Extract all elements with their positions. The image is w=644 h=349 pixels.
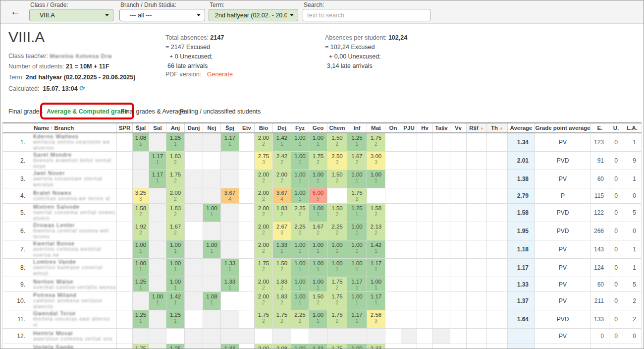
row-number: 4.: [3, 188, 30, 204]
grade-cell-pju: [401, 344, 417, 349]
branch-select[interactable]: --- all ---: [119, 9, 205, 21]
grade-cell-danj: [185, 277, 203, 292]
student-name-cell[interactable]: Kderno Wattexswerlacia ontres-vearionte …: [30, 133, 117, 152]
late-arrivals-count-cell: 2: [623, 292, 642, 310]
grade-average-value: 1.00: [149, 292, 166, 300]
grade-average-value: 1.00: [367, 277, 385, 285]
grade-cell-hv: [417, 222, 433, 240]
computed-grade-value: 1: [221, 141, 239, 147]
computed-grade-value: 2: [255, 196, 272, 202]
student-branch-redacted: cwelstor animexa vertison alwecto: [33, 298, 116, 310]
computed-grade-value: 2: [327, 141, 347, 147]
student-name-redacted: Drowas Lenter: [33, 222, 116, 228]
grade-cell-pju: [401, 152, 417, 170]
grade-average-value: 1.75: [255, 259, 272, 267]
average-cell: 2.01: [508, 152, 535, 170]
grade-cell-fyz: 2.252: [291, 310, 309, 329]
grade-average-value: 2.50: [327, 152, 347, 160]
grade-cell-sjal: 1.922: [133, 222, 149, 240]
grade-cell-danj: [185, 240, 203, 258]
grade-cell-spr: [117, 344, 133, 349]
class-grade-select[interactable]: VIII.A: [29, 9, 113, 21]
search-input[interactable]: [303, 9, 430, 21]
active-tab-highlight-box[interactable]: Average & Computed grade: [40, 103, 134, 119]
grade-cell-spr: [117, 292, 133, 310]
grade-average-value: 1.00: [291, 170, 309, 178]
student-name-cell[interactable]: Lomtrex Vandeswertion balmane coverial w…: [30, 258, 117, 277]
student-name-cell[interactable]: Nertion Walseovermal cantise-verlatio we…: [30, 277, 117, 292]
tab-failing-unclassified[interactable]: Failing / unclassified students: [180, 108, 261, 115]
grade-cell-mat: 1.001: [367, 277, 385, 292]
grade-cell-nej: [203, 188, 221, 204]
grade-average-value: 1.00: [291, 292, 309, 300]
grade-cell-inf: 1.001: [347, 258, 367, 277]
tab-final-grades-average[interactable]: Final grades & Average: [121, 108, 185, 115]
refresh-icon[interactable]: ⟳: [79, 84, 85, 92]
student-name-cell[interactable]: Kwertal Bonseavertion celmosa wentrial o…: [30, 240, 117, 258]
grade-cell-bio: 2.002: [255, 203, 273, 222]
unexcused-count-cell: 0: [609, 277, 623, 292]
row-number: 12.: [3, 329, 30, 344]
grade-point-average-cell: PVD: [535, 310, 591, 329]
student-name-cell[interactable]: Drowas Lentermwelora centrial vosena-wel…: [30, 222, 117, 240]
computed-grade-value: 2: [347, 160, 367, 165]
grade-cell-anj: 1.421: [166, 292, 185, 310]
student-name-redacted: Nertion Walse: [33, 279, 116, 285]
grade-cell-bio: 2.002: [255, 170, 273, 188]
grade-point-average-cell: PV: [535, 258, 591, 277]
grade-cell-bio: [255, 329, 273, 344]
grade-average-value: 2.00: [255, 240, 272, 248]
student-branch-redacted: awerstion colmena vertial ons: [33, 336, 116, 342]
grade-cell-on: [385, 344, 401, 349]
grade-point-average-cell: PV: [535, 170, 591, 188]
grade-cell-mat: 1.421: [367, 240, 385, 258]
student-name-cell[interactable]: Bratel Nowexcolertian sovexa-we terion a…: [30, 188, 117, 204]
student-row: 6.Drowas Lentermwelora centrial vosena-w…: [3, 222, 642, 240]
grade-average-value: 2.25: [291, 310, 309, 318]
grade-cell-mat: 2.132: [367, 222, 385, 240]
term-select[interactable]: 2nd halfyear (02.02. - 20.0: [209, 9, 298, 21]
grade-cell-dej: 1.832: [273, 277, 291, 292]
per-student-late-line: 3,14 late arrivals: [327, 62, 373, 69]
grade-cell-chem: 1.752: [327, 277, 347, 292]
grade-cell-sal: [149, 258, 166, 277]
per-student-absences-line: Absences per student: 102,24: [325, 34, 407, 41]
back-arrow-icon[interactable]: ←: [10, 5, 20, 17]
student-name-cell[interactable]: Gwendal Torsemortela vinceras owe altern…: [30, 310, 117, 329]
grade-cell-th: [487, 152, 508, 170]
grade-average-value: 1.42: [166, 292, 184, 300]
grade-cell-bio: 2.753: [255, 152, 273, 170]
tab-final-grades[interactable]: Final grades: [8, 108, 43, 115]
grade-cell-etv: [239, 329, 255, 344]
grade-cell-on: [385, 133, 401, 152]
student-branch-redacted: mortela vinceras owe alterns vi: [33, 316, 116, 328]
generate-pdf-link[interactable]: Generate: [207, 71, 233, 78]
tab-average-computed-grade[interactable]: Average & Computed grade: [47, 108, 128, 115]
grade-average-value: 2.00: [255, 292, 272, 300]
grade-cell-on: [385, 292, 401, 310]
grade-average-value: 2.00: [255, 222, 272, 230]
student-name-cell[interactable]: Hentrix Movalawerstion colmena vertial o…: [30, 329, 117, 344]
grade-cell-sjal: [133, 170, 149, 188]
grade-average-value: 1.50: [327, 133, 347, 141]
student-name-cell[interactable]: Sarel Mondredxenols arwetion belst verea…: [30, 152, 117, 170]
grade-average-value: 1.00: [291, 188, 309, 196]
student-name-cell[interactable]: Mixtren Salvodeowertal consema vertial o…: [30, 203, 117, 222]
student-name-cell[interactable]: Potrexa Milandcwelstor animexa vertison …: [30, 292, 117, 310]
grade-cell-geo: [309, 329, 327, 344]
row-number: 6.: [3, 222, 30, 240]
grade-average-value: 2.00: [255, 204, 272, 212]
computed-grade-value: 2: [273, 285, 291, 291]
grade-cell-spj: 1.331: [221, 277, 239, 292]
grade-average-value: 1.17: [347, 277, 367, 285]
grade-average-value: 1.00: [347, 170, 367, 178]
grade-cell-mat: 2.583: [367, 310, 385, 329]
grade-average-value: 1.00: [309, 310, 327, 318]
student-name-cell[interactable]: Jwel Noverawrtela covaniswe oternal wera…: [30, 170, 117, 188]
computed-grade-value: 2: [255, 285, 272, 291]
computed-grade-value: 1: [347, 300, 367, 305]
student-name-cell[interactable]: Vortela Sandewelmaro cintersa-voxella we…: [30, 344, 117, 349]
grade-point-average-cell: PVD: [535, 203, 591, 222]
subject-header-chem: Chem: [327, 123, 347, 133]
late-arrivals-count-cell: 2: [623, 310, 642, 329]
